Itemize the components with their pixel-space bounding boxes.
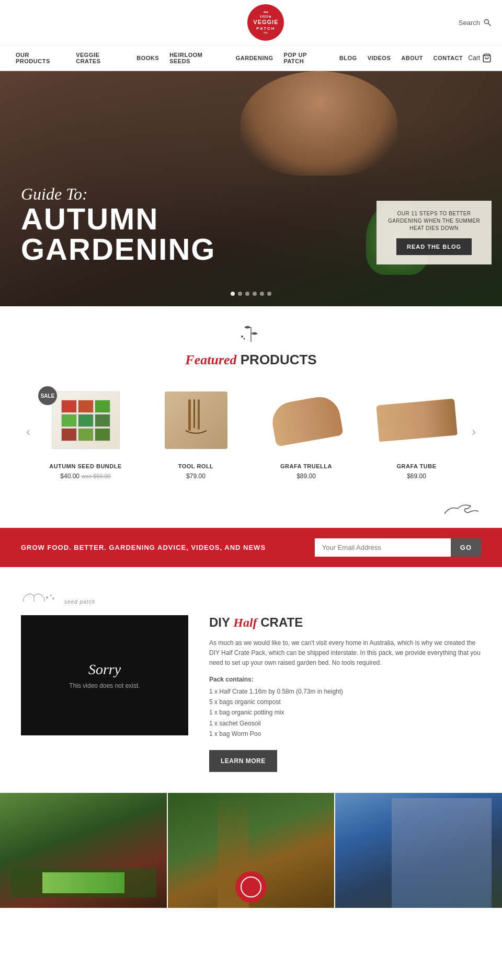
svg-rect-8 [198,399,200,430]
pack-item-4: 1 x sachet Geosoil [209,718,481,729]
nav-links: OUR PRODUCTS VEGGIE CRATES BOOKS HEIRLOO… [10,45,468,71]
content-text: DIY Half CRATE As much as we would like … [209,615,481,772]
product-name: GRAFA TRUELLA [256,463,356,469]
hero-hand-image [241,71,397,176]
bird-decoration [0,495,502,528]
product-name: AUTUMN SEED BUNDLE [36,463,135,469]
product-card-tool-roll: TOOL ROLL $79.00 [146,384,246,480]
newsletter-email-input[interactable] [315,538,451,557]
video-box: Sorry This video does not exist. [21,615,188,735]
nav-item-pop-up-patch[interactable]: POP UP PATCH [278,45,334,71]
hero-line2: GARDENING [21,234,215,264]
site-logo[interactable]: the little VEGGIE PATCH co. [247,4,284,41]
newsletter-bar: GROW FOOD. BETTER. GARDENING ADVICE, VID… [0,528,502,567]
svg-point-10 [50,595,52,596]
search-icon[interactable] [483,18,492,27]
svg-point-5 [244,338,245,340]
dot-1[interactable] [231,292,235,296]
cart-icon [482,53,492,63]
read-blog-button[interactable]: READ THE BLOG [396,238,472,255]
dot-5[interactable] [260,292,264,296]
product-image-wrapper[interactable]: SALE [36,384,135,457]
sale-badge: SALE [38,386,57,405]
hero-line1: AUTUMN [21,204,215,234]
product-image-wrapper[interactable] [146,384,246,457]
bottom-images [0,793,502,908]
product-name: TOOL ROLL [146,463,246,469]
hero-text-block: Guide To: AUTUMN GARDENING [21,185,215,264]
product-price: $40.00 was $50.00 [36,472,135,480]
svg-point-11 [52,597,54,599]
hero-dots [231,292,271,296]
nav-item-gardening[interactable]: GARDENING [231,49,279,67]
dot-4[interactable] [253,292,257,296]
main-nav: OUR PRODUCTS VEGGIE CRATES BOOKS HEIRLOO… [0,45,502,71]
dot-3[interactable] [245,292,249,296]
nav-item-videos[interactable]: VIDEOS [362,49,396,67]
truella-image [269,394,344,446]
featured-section: Featured PRODUCTS ‹ [0,306,502,495]
newsletter-submit-button[interactable]: GO [451,538,481,557]
nav-item-books[interactable]: BOOKS [131,49,164,67]
tool-roll-image [165,391,227,449]
newsletter-form: GO [315,538,481,557]
product-price: $69.00 [367,472,466,480]
bottom-image-3 [335,793,502,908]
seed-bundle-image [52,391,120,449]
products-grid: SALE AUTUMN SEED BUNDLE $40.00 was $50.0… [36,384,466,480]
svg-rect-7 [193,399,195,428]
content-section: seed patch Sorry This video does not exi… [0,567,502,793]
dot-6[interactable] [267,292,271,296]
product-image-wrapper[interactable] [367,384,466,457]
content-row: Sorry This video does not exist. DIY Hal… [21,615,481,772]
product-card-seed-bundle: SALE AUTUMN SEED BUNDLE $40.00 was $50.0… [36,384,135,480]
plant-icon [21,322,481,347]
product-card-grafa-truella: GRAFA TRUELLA $89.00 [256,384,356,480]
nav-item-contact[interactable]: CONTACT [428,49,468,67]
nav-item-our-products[interactable]: OUR PRODUCTS [10,45,71,71]
nav-item-veggie-crates[interactable]: VEGGIE CRATES [71,45,131,71]
newsletter-text: GROW FOOD. BETTER. GARDENING ADVICE, VID… [21,544,304,551]
sorry-title: Sorry [88,661,121,678]
bottom-image-2 [168,793,335,908]
next-arrow-button[interactable]: › [466,424,481,439]
cart-label: Cart [468,54,480,62]
hero-card: OUR 11 STEPS TO BETTER GARDENING WHEN TH… [376,201,492,264]
nav-item-heirloom-seeds[interactable]: HEIRLOOM SEEDS [164,45,231,71]
tube-image [376,399,458,442]
nav-item-blog[interactable]: BLOG [334,49,362,67]
pack-item-1: 1 x Half Crate 1.16m by 0.58m (0.73m in … [209,686,481,697]
sorry-subtitle: This video does not exist. [69,682,140,689]
top-bar: the little VEGGIE PATCH co. Search [0,0,502,45]
product-price: $89.00 [256,472,356,480]
svg-point-0 [484,19,488,24]
product-price: $79.00 [146,472,246,480]
learn-more-button[interactable]: Learn More [209,750,277,772]
svg-point-4 [241,336,243,338]
pack-item-5: 1 x bag Worm Poo [209,729,481,739]
seed-decoration: seed patch [21,588,481,605]
svg-point-9 [46,596,48,598]
hero-banner: Guide To: AUTUMN GARDENING OUR 11 STEPS … [0,71,502,306]
featured-title: Featured PRODUCTS [21,352,481,368]
products-wrapper: ‹ [21,384,481,480]
svg-line-1 [488,24,491,26]
hero-guide-text: Guide To: [21,185,215,204]
bottom-image-1 [0,793,167,908]
dot-2[interactable] [238,292,242,296]
search-label: Search [459,19,480,27]
content-description: As much as we would like to, we can't vi… [209,638,481,668]
pack-item-3: 1 x bag organic potting mix [209,707,481,718]
svg-rect-6 [188,399,191,431]
logo-area[interactable]: the little VEGGIE PATCH co. [73,4,459,41]
product-image-wrapper[interactable] [256,384,356,457]
hero-card-text: OUR 11 STEPS TO BETTER GARDENING WHEN TH… [385,210,483,232]
pack-item-2: 5 x bags organic compost [209,697,481,707]
nav-item-about[interactable]: ABOUT [396,49,428,67]
product-name: GRAFA TUBE [367,463,466,469]
pack-label: Pack contains: [209,676,481,683]
cart-link[interactable]: Cart [468,53,492,63]
content-title: DIY Half CRATE [209,615,481,630]
search-area[interactable]: Search [459,18,492,27]
prev-arrow-button[interactable]: ‹ [21,424,36,439]
